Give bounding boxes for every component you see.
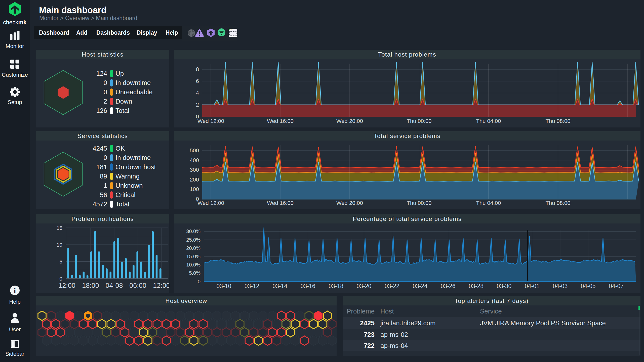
svg-text:300: 300: [190, 167, 199, 173]
svg-text:Thu 08:00: Thu 08:00: [545, 118, 570, 124]
svg-text:03-18: 03-18: [329, 283, 343, 289]
svg-text:100: 100: [190, 186, 199, 192]
svg-text:0: 0: [198, 279, 200, 284]
svg-text:30.0%: 30.0%: [186, 229, 200, 234]
svg-text:04-07: 04-07: [609, 283, 624, 289]
svg-text:10.0%: 10.0%: [186, 262, 200, 267]
svg-text:12:00: 12:00: [153, 282, 169, 289]
svg-text:04-03: 04-03: [553, 283, 568, 289]
svg-text:200: 200: [190, 176, 199, 183]
svg-text:12:00: 12:00: [58, 282, 75, 289]
svg-text:04-01: 04-01: [525, 283, 540, 289]
svg-text:Thu 04:00: Thu 04:00: [476, 200, 501, 206]
svg-text:03-28: 03-28: [469, 283, 484, 289]
svg-text:400: 400: [190, 157, 199, 163]
svg-text:25.0%: 25.0%: [186, 237, 200, 243]
svg-text:4: 4: [196, 90, 199, 96]
svg-text:Thu 08:00: Thu 08:00: [545, 200, 570, 206]
svg-text:Thu 00:00: Thu 00:00: [407, 200, 431, 206]
svg-text:Thu 04:00: Thu 04:00: [476, 118, 501, 124]
svg-text:03-20: 03-20: [357, 283, 372, 289]
svg-text:04-05: 04-05: [581, 283, 596, 289]
svg-text:Wed 12:00: Wed 12:00: [197, 200, 224, 206]
svg-text:Wed 20:00: Wed 20:00: [336, 118, 363, 124]
svg-text:15.0%: 15.0%: [186, 254, 200, 259]
svg-text:8: 8: [196, 66, 199, 72]
svg-text:04-08: 04-08: [105, 282, 123, 289]
svg-text:20.0%: 20.0%: [186, 245, 200, 251]
svg-text:03-26: 03-26: [441, 283, 456, 289]
svg-text:03-30: 03-30: [497, 283, 512, 289]
svg-text:15: 15: [57, 225, 62, 231]
svg-text:0: 0: [59, 276, 62, 282]
svg-text:Wed 20:00: Wed 20:00: [336, 200, 363, 206]
svg-text:03-12: 03-12: [245, 283, 259, 289]
svg-text:6: 6: [196, 78, 199, 84]
svg-text:Wed 16:00: Wed 16:00: [267, 118, 294, 124]
svg-text:03-16: 03-16: [301, 283, 315, 289]
svg-text:500: 500: [190, 147, 199, 154]
svg-text:5.0%: 5.0%: [189, 270, 200, 276]
svg-text:Thu 00:00: Thu 00:00: [407, 118, 431, 124]
svg-text:03-14: 03-14: [272, 283, 287, 289]
svg-text:03-24: 03-24: [413, 283, 427, 289]
svg-text:18:00: 18:00: [82, 282, 99, 289]
svg-text:06:00: 06:00: [129, 282, 146, 289]
svg-text:Wed 12:00: Wed 12:00: [197, 118, 224, 124]
svg-text:10: 10: [57, 242, 62, 248]
svg-text:03-22: 03-22: [385, 283, 399, 289]
svg-text:03-10: 03-10: [217, 283, 231, 289]
svg-text:5: 5: [59, 259, 62, 264]
svg-text:i: i: [14, 286, 16, 295]
svg-text:2: 2: [196, 102, 199, 108]
svg-text:Wed 16:00: Wed 16:00: [267, 200, 294, 206]
